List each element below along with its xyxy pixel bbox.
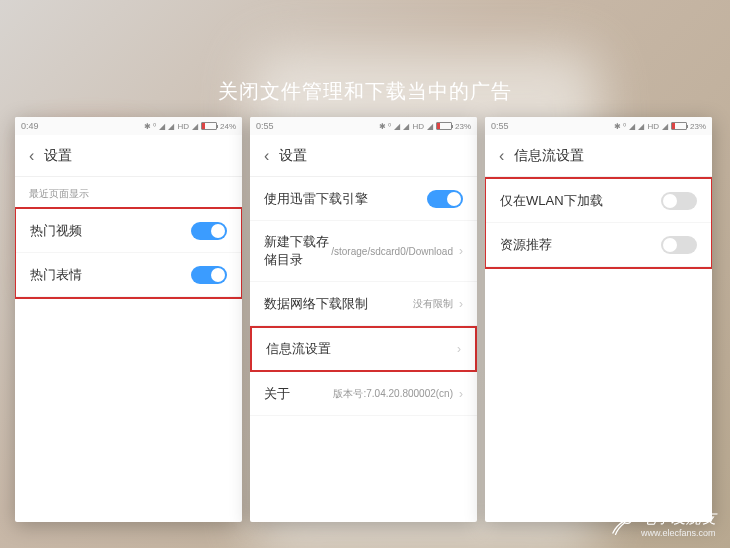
status-time: 0:55 bbox=[256, 121, 274, 131]
row-xunlei-engine[interactable]: 使用迅雷下载引擎 bbox=[250, 177, 477, 221]
page-title: 关闭文件管理和下载当中的广告 bbox=[0, 78, 730, 105]
row-download-dir[interactable]: 新建下载存储目录 /storage/sdcard0/Download › bbox=[250, 221, 477, 282]
header-title: 信息流设置 bbox=[514, 147, 584, 165]
watermark-url: www.elecfans.com bbox=[641, 528, 716, 538]
row-label: 信息流设置 bbox=[266, 340, 457, 358]
toggle[interactable] bbox=[191, 266, 227, 284]
row-label: 数据网络下载限制 bbox=[264, 295, 413, 313]
statusbar: 0:55 ✱ ⁰ ◢ ◢ HD ◢ 23% bbox=[250, 117, 477, 135]
battery-icon bbox=[671, 122, 687, 130]
row-wlan-only[interactable]: 仅在WLAN下加载 bbox=[486, 179, 711, 223]
status-icons: ✱ ⁰ ◢ ◢ HD ◢ 24% bbox=[144, 122, 236, 131]
row-label: 仅在WLAN下加载 bbox=[500, 192, 661, 210]
back-icon[interactable]: ‹ bbox=[264, 147, 269, 165]
toggle[interactable] bbox=[427, 190, 463, 208]
row-label: 新建下载存储目录 bbox=[264, 233, 331, 269]
highlight-box: 仅在WLAN下加载 资源推荐 bbox=[485, 177, 712, 269]
status-icons: ✱ ⁰ ◢ ◢ HD ◢ 23% bbox=[379, 122, 471, 131]
row-value: /storage/sdcard0/Download bbox=[331, 246, 453, 257]
chevron-right-icon: › bbox=[459, 244, 463, 258]
row-label: 资源推荐 bbox=[500, 236, 661, 254]
toggle[interactable] bbox=[661, 192, 697, 210]
row-label: 热门视频 bbox=[30, 222, 191, 240]
watermark-name: 电子发烧友 bbox=[641, 509, 716, 528]
statusbar: 0:49 ✱ ⁰ ◢ ◢ HD ◢ 24% bbox=[15, 117, 242, 135]
row-label: 热门表情 bbox=[30, 266, 191, 284]
chevron-right-icon: › bbox=[459, 297, 463, 311]
watermark: 电子发烧友 www.elecfans.com bbox=[609, 509, 716, 538]
statusbar: 0:55 ✱ ⁰ ◢ ◢ HD ◢ 23% bbox=[485, 117, 712, 135]
header: ‹ 设置 bbox=[250, 135, 477, 177]
status-time: 0:55 bbox=[491, 121, 509, 131]
row-hot-video[interactable]: 热门视频 bbox=[16, 209, 241, 253]
toggle[interactable] bbox=[191, 222, 227, 240]
phone-screenshot-2: 0:55 ✱ ⁰ ◢ ◢ HD ◢ 23% ‹ 设置 使用迅雷下载引擎 新建下载… bbox=[250, 117, 477, 522]
row-hot-emoji[interactable]: 热门表情 bbox=[16, 253, 241, 297]
row-feed-settings[interactable]: 信息流设置 › bbox=[250, 326, 477, 372]
header-title: 设置 bbox=[279, 147, 307, 165]
row-data-limit[interactable]: 数据网络下载限制 没有限制 › bbox=[250, 282, 477, 326]
back-icon[interactable]: ‹ bbox=[29, 147, 34, 165]
row-label: 使用迅雷下载引擎 bbox=[264, 190, 427, 208]
chevron-right-icon: › bbox=[457, 342, 461, 356]
header: ‹ 设置 bbox=[15, 135, 242, 177]
back-icon[interactable]: ‹ bbox=[499, 147, 504, 165]
header-title: 设置 bbox=[44, 147, 72, 165]
row-label: 关于 bbox=[264, 385, 333, 403]
toggle[interactable] bbox=[661, 236, 697, 254]
phone-screenshot-3: 0:55 ✱ ⁰ ◢ ◢ HD ◢ 23% ‹ 信息流设置 仅在WLAN下加载 … bbox=[485, 117, 712, 522]
svg-point-1 bbox=[626, 517, 629, 520]
header: ‹ 信息流设置 bbox=[485, 135, 712, 177]
row-resource-recommend[interactable]: 资源推荐 bbox=[486, 223, 711, 267]
chevron-right-icon: › bbox=[459, 387, 463, 401]
highlight-box: 热门视频 热门表情 bbox=[15, 207, 242, 299]
status-icons: ✱ ⁰ ◢ ◢ HD ◢ 23% bbox=[614, 122, 706, 131]
logo-icon bbox=[609, 511, 635, 537]
section-label: 最近页面显示 bbox=[15, 177, 242, 207]
row-about[interactable]: 关于 版本号:7.04.20.800002(cn) › bbox=[250, 372, 477, 416]
status-time: 0:49 bbox=[21, 121, 39, 131]
battery-icon bbox=[201, 122, 217, 130]
phone-screenshot-1: 0:49 ✱ ⁰ ◢ ◢ HD ◢ 24% ‹ 设置 最近页面显示 热门视频 热 bbox=[15, 117, 242, 522]
battery-icon bbox=[436, 122, 452, 130]
row-value: 没有限制 bbox=[413, 297, 453, 311]
row-value: 版本号:7.04.20.800002(cn) bbox=[333, 387, 453, 401]
